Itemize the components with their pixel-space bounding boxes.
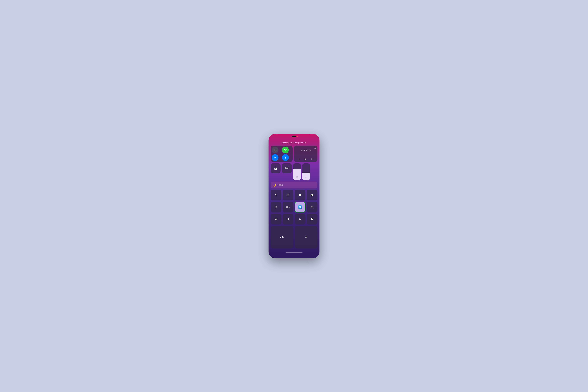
sound-recognition-button[interactable] bbox=[283, 214, 293, 224]
svg-rect-3 bbox=[290, 207, 290, 208]
timer-button[interactable] bbox=[283, 190, 293, 200]
top-row: Not Playing ⏮ ▶ ⏭ bbox=[270, 146, 318, 162]
screen-lock-button[interactable] bbox=[270, 163, 280, 173]
text-size-button[interactable]: A A bbox=[270, 226, 293, 248]
calculator-button[interactable] bbox=[307, 190, 318, 200]
airplane-mode-button[interactable] bbox=[272, 146, 278, 154]
svg-point-9 bbox=[275, 218, 276, 220]
screen-record-button[interactable] bbox=[270, 214, 281, 224]
moon-icon: 🌙 bbox=[273, 183, 276, 187]
wifi-button[interactable] bbox=[272, 154, 278, 161]
volume-slider[interactable] bbox=[302, 163, 310, 180]
flashlight-button[interactable] bbox=[270, 190, 281, 200]
home-indicator bbox=[270, 250, 318, 256]
camera-button[interactable] bbox=[295, 190, 305, 200]
not-playing-text: Not Playing bbox=[296, 149, 316, 152]
focus-label: Focus bbox=[278, 184, 283, 186]
play-button[interactable]: ▶ bbox=[304, 157, 307, 161]
phone-container: Shazam Music Recognition: On bbox=[268, 134, 320, 258]
connectivity-grid bbox=[270, 146, 292, 162]
accessibility-button[interactable] bbox=[307, 202, 318, 212]
airplay-icon[interactable] bbox=[314, 147, 316, 149]
controls-row bbox=[270, 163, 318, 180]
alarm-button[interactable] bbox=[270, 202, 281, 212]
volume-icon bbox=[305, 176, 308, 179]
svg-point-11 bbox=[299, 218, 300, 219]
screen-mirror-button[interactable] bbox=[282, 163, 292, 173]
utilities-row bbox=[270, 190, 318, 200]
photo-widget-button[interactable] bbox=[295, 214, 305, 224]
dynamic-island bbox=[292, 136, 296, 137]
battery-button[interactable] bbox=[283, 202, 293, 212]
svg-rect-1 bbox=[286, 168, 288, 169]
bottom-row: A A bbox=[270, 226, 318, 248]
red-dot bbox=[296, 136, 298, 137]
focus-button[interactable]: 🌙 Focus bbox=[270, 182, 318, 188]
voice-recognition-button[interactable] bbox=[295, 226, 318, 248]
control-center: Shazam Music Recognition: On bbox=[268, 134, 320, 258]
cellular-button[interactable] bbox=[282, 146, 289, 154]
svg-text:S: S bbox=[299, 206, 301, 208]
svg-rect-4 bbox=[286, 206, 288, 208]
media-controls: ⏮ ▶ ⏭ bbox=[296, 156, 316, 161]
second-grid-row: S bbox=[270, 202, 318, 212]
brightness-icon bbox=[296, 176, 298, 179]
wallet-button[interactable] bbox=[307, 214, 318, 224]
fast-forward-button[interactable]: ⏭ bbox=[311, 158, 314, 160]
svg-rect-10 bbox=[299, 218, 301, 220]
rewind-button[interactable]: ⏮ bbox=[298, 158, 300, 160]
now-playing-widget: Not Playing ⏮ ▶ ⏭ bbox=[294, 146, 318, 162]
third-grid-row bbox=[270, 214, 318, 224]
home-bar bbox=[286, 252, 302, 253]
bluetooth-button[interactable] bbox=[282, 154, 289, 161]
brightness-slider[interactable] bbox=[293, 163, 301, 180]
focus-row: 🌙 Focus bbox=[270, 182, 318, 188]
shazam-button[interactable]: S bbox=[295, 202, 305, 212]
shazam-recognition-label: Shazam Music Recognition: On bbox=[270, 142, 318, 144]
